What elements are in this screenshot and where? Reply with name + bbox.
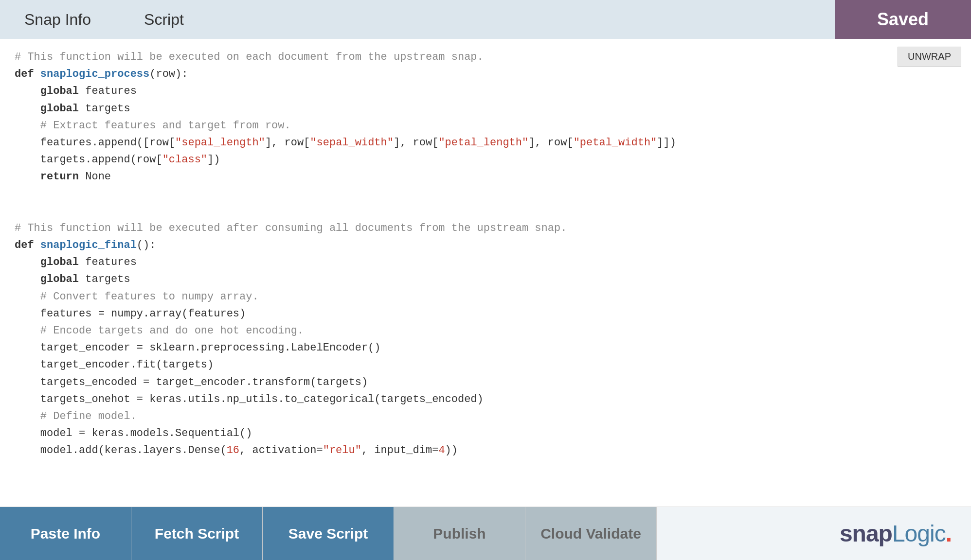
logo-dot: . (946, 521, 952, 546)
code-line: # Define model. (15, 408, 956, 425)
code-line: target_encoder.fit(targets) (15, 356, 956, 373)
code-line: # Extract features and target from row. (15, 117, 956, 134)
saved-badge: Saved (835, 0, 971, 39)
logo-snap: snap (840, 521, 892, 546)
code-line: global targets (15, 100, 956, 117)
main-content: UNWRAP # This function will be executed … (0, 39, 971, 507)
code-line: global features (15, 83, 956, 100)
code-line: target_encoder = sklearn.preprocessing.L… (15, 339, 956, 356)
code-line: return None (15, 168, 956, 185)
code-editor[interactable]: # This function will be executed on each… (0, 39, 971, 507)
header-spacer (213, 0, 835, 39)
code-line: global targets (15, 271, 956, 288)
code-line: # This function will be executed on each… (15, 49, 956, 66)
logo-area: snapLogic. (657, 520, 971, 547)
fetch-script-button[interactable]: Fetch Script (131, 507, 263, 560)
logo-logic: Logic (892, 521, 946, 546)
header: Snap Info Script Saved (0, 0, 971, 39)
code-line: def snaplogic_final(): (15, 237, 956, 254)
code-line: # Encode targets and do one hot encoding… (15, 322, 956, 339)
code-line: features = numpy.array(features) (15, 305, 956, 322)
code-line: targets.append(row["class"]) (15, 151, 956, 168)
code-line: model = keras.models.Sequential() (15, 425, 956, 442)
snaplogic-logo: snapLogic. (840, 520, 952, 547)
tab-script[interactable]: Script (115, 0, 213, 39)
code-line (15, 203, 956, 220)
tab-snap-info[interactable]: Snap Info (0, 0, 115, 39)
code-line: global features (15, 254, 956, 271)
paste-info-button[interactable]: Paste Info (0, 507, 131, 560)
bottom-bar: Paste Info Fetch Script Save Script Publ… (0, 507, 971, 560)
unwrap-button[interactable]: UNWRAP (898, 47, 961, 67)
save-script-button[interactable]: Save Script (263, 507, 394, 560)
cloud-validate-button[interactable]: Cloud Validate (525, 507, 657, 560)
code-line: model.add(keras.layers.Dense(16, activat… (15, 442, 956, 459)
code-line: targets_encoded = target_encoder.transfo… (15, 374, 956, 391)
code-line (15, 186, 956, 203)
publish-button[interactable]: Publish (394, 507, 525, 560)
code-line: features.append([row["sepal_length"], ro… (15, 134, 956, 151)
code-line: targets_onehot = keras.utils.np_utils.to… (15, 391, 956, 408)
code-line: # This function will be executed after c… (15, 220, 956, 237)
code-line: # Convert features to numpy array. (15, 288, 956, 305)
code-line: def snaplogic_process(row): (15, 66, 956, 83)
